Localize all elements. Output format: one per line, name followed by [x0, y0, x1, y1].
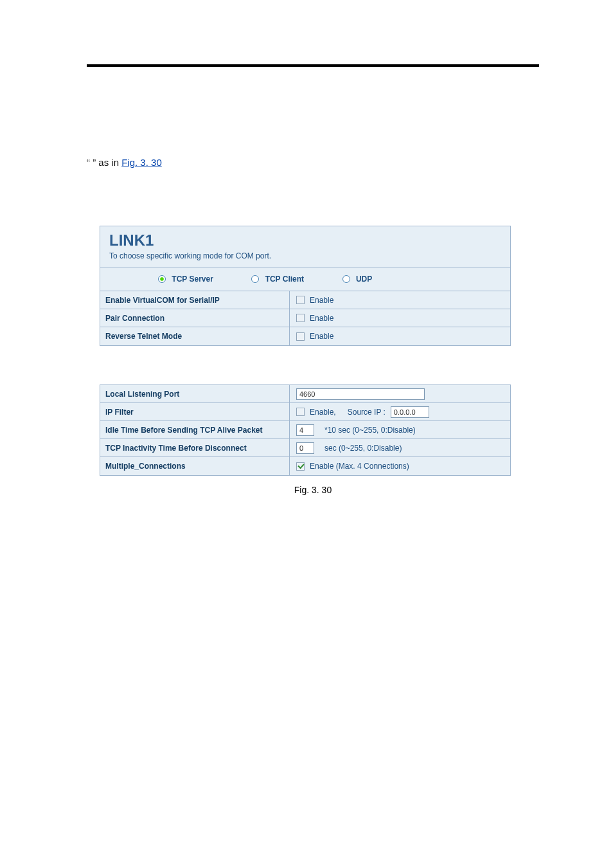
unit-text: sec (0~255, 0:Disable): [324, 444, 402, 453]
mode-row: TCP Server TCP Client UDP: [100, 267, 510, 291]
row-inactivity: TCP Inactivity Time Before Disconnect 0 …: [100, 439, 510, 457]
panel-title: LINK1: [109, 231, 501, 249]
row-label: Multiple_Connections: [100, 457, 290, 475]
panel-head: LINK1 To choose specific working mode fo…: [100, 226, 510, 267]
row-label: Idle Time Before Sending TCP Alive Packe…: [100, 421, 290, 439]
top-rule: [87, 64, 539, 67]
mode-tcp-server[interactable]: TCP Server: [158, 275, 213, 284]
row-reverse-telnet: Reverse Telnet Mode Enable: [100, 327, 510, 345]
enable-text: Enable (Max. 4 Connections): [310, 462, 409, 471]
row-multi-conn: Multiple_Connections Enable (Max. 4 Conn…: [100, 457, 510, 475]
mode-udp[interactable]: UDP: [342, 275, 373, 284]
row-label: Reverse Telnet Mode: [100, 327, 290, 345]
row-idle-alive: Idle Time Before Sending TCP Alive Packe…: [100, 421, 510, 439]
unit-text: *10 sec (0~255, 0:Disable): [324, 426, 416, 435]
row-label: Pair Connection: [100, 309, 290, 327]
enable-text: Enable,: [310, 408, 336, 417]
row-pair-connection: Pair Connection Enable: [100, 309, 510, 327]
row-virtualcom: Enable VirtualCOM for Serial/IP Enable: [100, 291, 510, 309]
ipfilter-checkbox[interactable]: [296, 408, 305, 416]
mode-label: UDP: [356, 275, 372, 284]
figure-caption: Fig. 3. 30: [87, 485, 539, 495]
source-ip-input[interactable]: 0.0.0.0: [391, 406, 429, 418]
local-port-input[interactable]: 4660: [296, 388, 425, 400]
link1-panel-top: LINK1 To choose specific working mode fo…: [100, 226, 511, 346]
fig-link[interactable]: Fig. 3. 30: [121, 157, 162, 168]
row-label: TCP Inactivity Time Before Disconnect: [100, 439, 290, 457]
pair-checkbox[interactable]: [296, 314, 305, 322]
enable-text: Enable: [310, 296, 333, 305]
inactivity-input[interactable]: 0: [296, 442, 314, 454]
multiconn-checkbox[interactable]: [296, 462, 305, 471]
enable-text: Enable: [310, 332, 333, 341]
quote-open: “: [87, 157, 90, 168]
source-ip-label: Source IP :: [348, 408, 386, 417]
panel-subtitle: To choose specific working mode for COM …: [109, 251, 501, 260]
enable-text: Enable: [310, 314, 333, 323]
row-local-port: Local Listening Port 4660: [100, 385, 510, 403]
quote-close-text: ” as in: [93, 157, 121, 168]
radio-icon: [342, 275, 350, 283]
mode-label: TCP Client: [265, 275, 304, 284]
row-label: IP Filter: [100, 403, 290, 420]
reverse-telnet-checkbox[interactable]: [296, 332, 305, 341]
virtualcom-checkbox[interactable]: [296, 296, 305, 304]
mode-tcp-client[interactable]: TCP Client: [251, 275, 304, 284]
radio-icon: [158, 275, 166, 283]
row-ip-filter: IP Filter Enable, Source IP : 0.0.0.0: [100, 403, 510, 421]
idle-alive-input[interactable]: 4: [296, 424, 314, 436]
radio-icon: [251, 275, 259, 283]
intro-line: “ ” as in Fig. 3. 30: [87, 157, 539, 168]
mode-label: TCP Server: [172, 275, 213, 284]
row-label: Enable VirtualCOM for Serial/IP: [100, 291, 290, 309]
link1-panel-bottom: Local Listening Port 4660 IP Filter Enab…: [100, 384, 511, 476]
row-label: Local Listening Port: [100, 385, 290, 402]
